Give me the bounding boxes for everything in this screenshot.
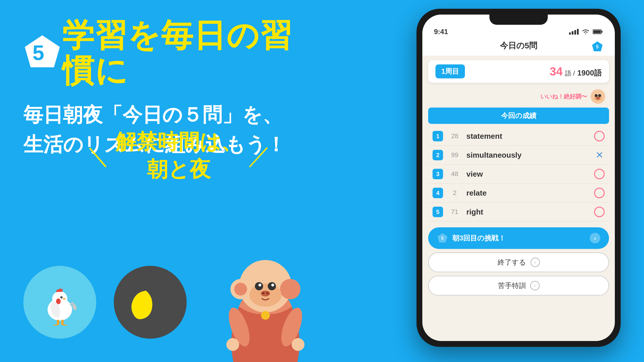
unlock-line2: 朝と夜 [116, 156, 242, 183]
svg-point-25 [261, 291, 270, 296]
challenge-button[interactable]: 5 朝3回目の挑戦！ › [428, 227, 609, 249]
battery-icon [593, 29, 603, 34]
svg-rect-34 [601, 31, 603, 33]
challenge-arrow-icon: › [590, 233, 600, 243]
challenge-label: 朝3回目の挑戦！ [452, 233, 505, 243]
moon-icon [128, 280, 172, 324]
moon-circle [114, 266, 187, 339]
slash-left: ＼ [86, 144, 110, 167]
left-section: 5 学習を毎日の習慣に 毎日朝夜「今日の５問」を、 生活のリズムに組み込もう！ … [0, 0, 321, 362]
practice-arrow-icon: › [530, 281, 540, 290]
svg-point-24 [271, 284, 274, 287]
svg-point-43 [598, 94, 601, 97]
svg-rect-8 [57, 320, 59, 325]
result-word-2: simultaneously [466, 151, 590, 160]
svg-point-26 [262, 292, 265, 294]
unlock-line1: 解禁時間は、 [116, 128, 242, 156]
result-status-2: ✕ [594, 150, 605, 160]
svg-point-27 [266, 292, 269, 294]
practice-label: 苦手特訓 [498, 281, 526, 290]
result-badge-1: 1 [433, 131, 443, 141]
svg-point-23 [258, 284, 261, 287]
slash-right: ／ [248, 144, 271, 167]
phone-header-title: 今日の5問 [500, 40, 538, 51]
bar2 [572, 31, 573, 35]
wifi-icon [582, 29, 590, 35]
challenge-pentagon-icon: 5 [437, 233, 448, 244]
result-word-4: relate [466, 189, 590, 198]
subtitle-line1: 毎日朝夜「今日の５問」を、 [23, 100, 298, 129]
result-item-4: 4 2 relate [428, 184, 609, 203]
svg-rect-9 [61, 320, 64, 325]
speech-bubble: いいね！絶好調〜 [540, 93, 587, 101]
svg-point-42 [595, 94, 598, 97]
svg-point-6 [62, 297, 62, 298]
word-count-separator: 語 / [565, 69, 575, 78]
phone-header: 今日の5問 5 [422, 37, 615, 56]
result-word-5: right [466, 208, 590, 217]
result-status-3 [594, 169, 605, 179]
mascot-small-icon [590, 89, 606, 105]
phone-header-badge: 5 [592, 41, 603, 52]
rooster-circle [23, 266, 96, 339]
character-mascot [210, 222, 321, 362]
result-order-3: 48 [447, 170, 462, 178]
results-list: 1 28 statement 2 99 simultaneously ✕ 3 4… [422, 125, 615, 223]
result-badge-3: 3 [433, 169, 443, 179]
icons-row [23, 266, 187, 339]
results-header: 今回の成績 [428, 108, 609, 124]
signal-bars [569, 29, 579, 35]
status-icons [569, 29, 603, 35]
result-item-5: 5 71 right [428, 203, 609, 222]
result-badge-2: 2 [433, 150, 443, 160]
svg-point-30 [261, 311, 270, 320]
step-badge: 5 [23, 34, 53, 72]
svg-rect-35 [593, 30, 601, 33]
unlock-bubble: ＼ 解禁時間は、 朝と夜 ／ [86, 128, 271, 184]
phone-notch [489, 15, 548, 25]
bar1 [569, 32, 571, 35]
result-item-3: 3 48 view [428, 165, 609, 184]
phone-container: 9:41 [416, 9, 626, 353]
word-count-current: 34 [550, 65, 563, 78]
svg-text:5: 5 [596, 44, 599, 49]
phone-frame: 9:41 [416, 9, 621, 347]
result-word-3: view [466, 170, 590, 179]
result-badge-4: 4 [433, 188, 443, 198]
svg-point-44 [596, 97, 600, 100]
result-order-4: 2 [447, 189, 462, 197]
svg-text:5: 5 [441, 236, 444, 240]
result-order-5: 71 [447, 208, 462, 216]
header-row: 5 学習を毎日の習慣に [23, 17, 298, 88]
action-buttons: 5 朝3回目の挑戦！ › 終了する › 苦手特訓 › [422, 223, 615, 300]
result-order-2: 99 [447, 151, 462, 159]
result-item-2: 2 99 simultaneously ✕ [428, 146, 609, 165]
header-pentagon-icon: 5 [592, 41, 603, 52]
main-title: 学習を毎日の習慣に [62, 17, 298, 88]
svg-point-19 [234, 283, 247, 296]
result-status-1 [594, 131, 605, 141]
result-status-5 [594, 207, 605, 217]
status-time: 9:41 [434, 28, 448, 36]
round-counter: 1周目 34 語 / 1900語 [428, 60, 609, 83]
svg-point-31 [226, 338, 239, 351]
svg-point-18 [280, 279, 300, 299]
round-badge: 1周目 [435, 64, 465, 78]
rooster-icon [36, 279, 83, 326]
bar3 [574, 30, 576, 35]
finish-arrow-icon: › [531, 258, 540, 267]
word-count: 34 語 / 1900語 [550, 65, 602, 78]
result-status-4 [594, 188, 605, 198]
result-item-1: 1 28 statement [428, 127, 609, 146]
phone-screen: 9:41 [422, 15, 615, 341]
practice-button[interactable]: 苦手特訓 › [428, 276, 609, 296]
finish-button[interactable]: 終了する › [428, 252, 609, 272]
result-word-1: statement [466, 132, 590, 141]
word-count-total: 1900語 [577, 68, 602, 78]
finish-label: 終了する [498, 258, 526, 267]
step-number: 5 [33, 41, 44, 65]
result-badge-5: 5 [433, 207, 443, 217]
bar4 [577, 29, 579, 35]
svg-point-32 [292, 338, 304, 351]
mascot-area: いいね！絶好調〜 [422, 87, 615, 106]
